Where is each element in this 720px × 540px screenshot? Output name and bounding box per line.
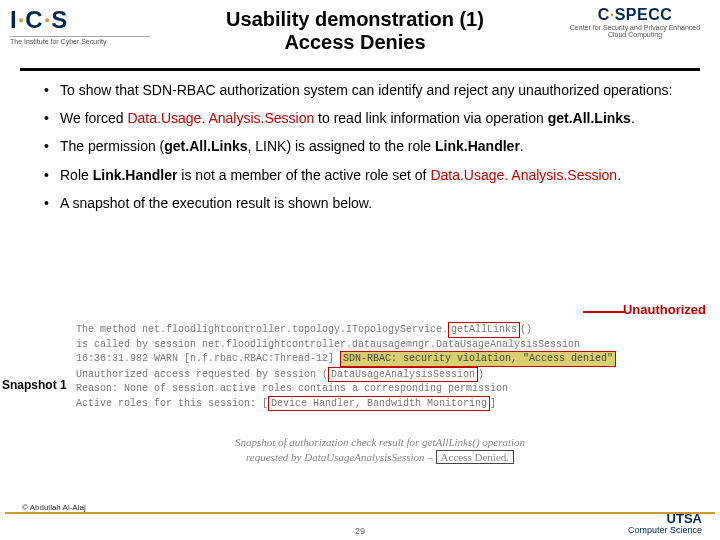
access-denied-box: Access Denied. <box>436 450 514 464</box>
title-line-1: Usability demonstration (1) <box>226 8 484 30</box>
unauthorized-pointer <box>583 311 625 313</box>
title-underline <box>20 68 700 71</box>
bullet-list: To show that SDN-RBAC authorization syst… <box>0 77 720 212</box>
bullet-4: Role Link.Handler is not a member of the… <box>60 166 680 184</box>
snapshot-label: Snapshot 1 <box>2 378 67 392</box>
console-snapshot: The method net.floodlightcontroller.topo… <box>76 322 696 411</box>
bullet-5: A snapshot of the execution result is sh… <box>60 194 680 212</box>
logo-ics: I·C·S The Institute for Cyber Security <box>10 6 150 45</box>
page-number: 29 <box>355 526 365 536</box>
slide-title: Usability demonstration (1) Access Denie… <box>150 6 560 54</box>
console-line-5: Reason: None of session active roles con… <box>76 382 696 396</box>
bullet-3: The permission (get.All.Links, LINK) is … <box>60 137 680 155</box>
bullet-2: We forced Data.Usage. Analysis.Session t… <box>60 109 680 127</box>
logo-cspecc-tagline: Center for Security and Privacy Enhanced… <box>560 24 710 38</box>
title-line-2: Access Denies <box>284 31 425 53</box>
logo-ics-tagline: The Institute for Cyber Security <box>10 36 150 45</box>
console-line-4: Unauthorized access requested by session… <box>76 367 696 383</box>
logo-utsa: UTSA Computer Science <box>628 512 702 536</box>
bullet-1: To show that SDN-RBAC authorization syst… <box>60 81 680 99</box>
console-line-2: is called by session net.floodlightcontr… <box>76 338 696 352</box>
slide-header: I·C·S The Institute for Cyber Security U… <box>0 0 720 68</box>
console-line-3: 16:36:31.982 WARN [n.f.rbac.RBAC:Thread-… <box>76 351 696 367</box>
snapshot-caption: Snapshot of authorization check result f… <box>150 435 610 466</box>
footer-divider <box>5 512 715 514</box>
copyright: © Abdullah Al-Alaj <box>22 503 86 512</box>
console-line-6: Active roles for this session: [Device H… <box>76 396 696 412</box>
unauthorized-label: Unauthorized <box>623 302 706 317</box>
logo-cspecc: C·SPECC Center for Security and Privacy … <box>560 6 710 38</box>
console-line-1: The method net.floodlightcontroller.topo… <box>76 322 696 338</box>
